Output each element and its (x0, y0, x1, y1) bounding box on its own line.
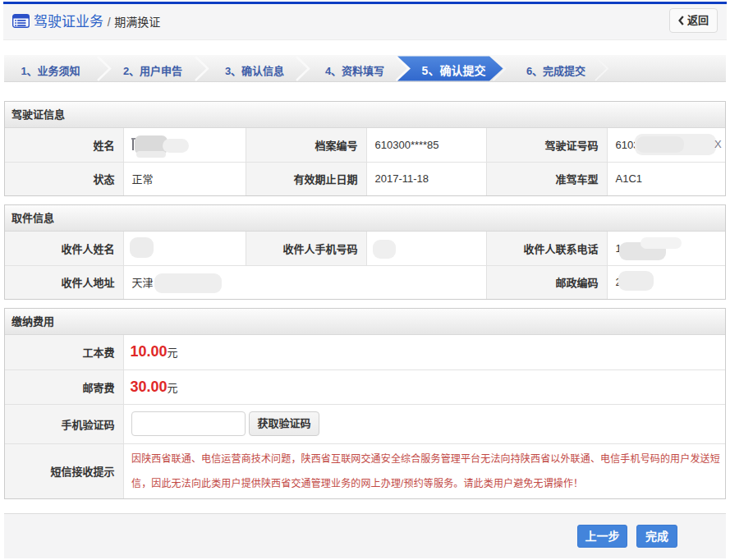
svg-text:1、业务须知: 1、业务须知 (21, 65, 80, 77)
svg-text:4、资料填写: 4、资料填写 (325, 65, 384, 77)
svg-text:6、完成提交: 6、完成提交 (526, 65, 585, 77)
svg-text:2、用户申告: 2、用户申告 (123, 65, 182, 77)
svg-text:3、确认信息: 3、确认信息 (225, 65, 284, 77)
svg-text:5、确认提交: 5、确认提交 (422, 64, 486, 77)
